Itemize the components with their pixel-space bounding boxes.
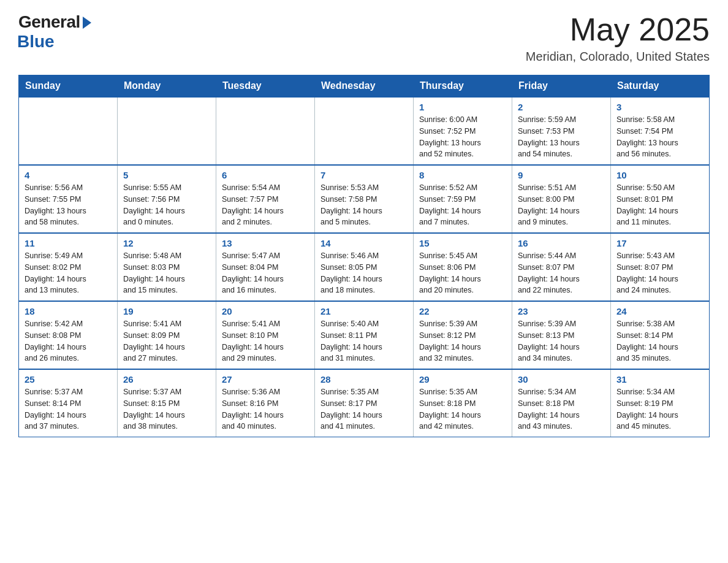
calendar-week-row: 18Sunrise: 5:42 AM Sunset: 8:08 PM Dayli… [19,301,710,369]
day-number: 16 [518,238,605,248]
day-number: 24 [616,306,703,316]
day-number: 1 [419,102,506,112]
calendar-cell: 9Sunrise: 5:51 AM Sunset: 8:00 PM Daylig… [512,165,611,233]
day-info: Sunrise: 5:50 AM Sunset: 8:01 PM Dayligh… [616,182,703,228]
calendar-cell: 3Sunrise: 5:58 AM Sunset: 7:54 PM Daylig… [611,97,710,165]
calendar-cell [216,97,315,165]
day-info: Sunrise: 5:48 AM Sunset: 8:03 PM Dayligh… [123,250,210,296]
calendar-cell: 31Sunrise: 5:34 AM Sunset: 8:19 PM Dayli… [611,369,710,437]
page-header: General Blue May 2025 Meridian, Colorado… [18,12,710,64]
calendar-week-row: 1Sunrise: 6:00 AM Sunset: 7:52 PM Daylig… [19,97,710,165]
day-number: 19 [123,306,210,316]
day-info: Sunrise: 5:49 AM Sunset: 8:02 PM Dayligh… [25,250,112,296]
calendar-cell: 20Sunrise: 5:41 AM Sunset: 8:10 PM Dayli… [216,301,315,369]
calendar-cell: 1Sunrise: 6:00 AM Sunset: 7:52 PM Daylig… [414,97,512,165]
day-of-week-header: Monday [118,75,216,98]
day-info: Sunrise: 5:40 AM Sunset: 8:11 PM Dayligh… [320,318,408,364]
calendar-cell: 12Sunrise: 5:48 AM Sunset: 8:03 PM Dayli… [118,233,216,301]
day-number: 27 [222,374,309,385]
day-info: Sunrise: 5:35 AM Sunset: 8:18 PM Dayligh… [419,386,506,432]
calendar-cell: 13Sunrise: 5:47 AM Sunset: 8:04 PM Dayli… [216,233,315,301]
calendar-week-row: 4Sunrise: 5:56 AM Sunset: 7:55 PM Daylig… [19,165,710,233]
day-info: Sunrise: 5:37 AM Sunset: 8:15 PM Dayligh… [123,386,210,432]
day-info: Sunrise: 5:34 AM Sunset: 8:18 PM Dayligh… [518,386,605,432]
day-number: 20 [222,306,309,316]
day-number: 21 [320,306,408,316]
day-number: 4 [25,170,112,180]
calendar-week-row: 25Sunrise: 5:37 AM Sunset: 8:14 PM Dayli… [19,369,710,437]
day-number: 10 [616,170,703,180]
day-info: Sunrise: 5:55 AM Sunset: 7:56 PM Dayligh… [123,182,210,228]
calendar-cell: 6Sunrise: 5:54 AM Sunset: 7:57 PM Daylig… [216,165,315,233]
calendar-cell: 15Sunrise: 5:45 AM Sunset: 8:06 PM Dayli… [414,233,512,301]
day-number: 5 [123,170,210,180]
day-info: Sunrise: 5:51 AM Sunset: 8:00 PM Dayligh… [518,182,605,228]
day-info: Sunrise: 5:47 AM Sunset: 8:04 PM Dayligh… [222,250,309,296]
day-info: Sunrise: 5:54 AM Sunset: 7:57 PM Dayligh… [222,182,309,228]
calendar-cell: 17Sunrise: 5:43 AM Sunset: 8:07 PM Dayli… [611,233,710,301]
day-number: 22 [419,306,506,316]
day-info: Sunrise: 5:58 AM Sunset: 7:54 PM Dayligh… [616,114,703,160]
day-info: Sunrise: 5:56 AM Sunset: 7:55 PM Dayligh… [25,182,112,228]
day-info: Sunrise: 5:53 AM Sunset: 7:58 PM Dayligh… [320,182,408,228]
day-info: Sunrise: 5:39 AM Sunset: 8:13 PM Dayligh… [518,318,605,364]
day-number: 8 [419,170,506,180]
calendar-header-row: SundayMondayTuesdayWednesdayThursdayFrid… [19,75,710,98]
day-number: 14 [320,238,408,248]
day-number: 15 [419,238,506,248]
day-number: 29 [419,374,506,385]
calendar-cell: 29Sunrise: 5:35 AM Sunset: 8:18 PM Dayli… [414,369,512,437]
day-number: 31 [616,374,703,385]
month-year-title: May 2025 [526,12,710,47]
day-of-week-header: Wednesday [315,75,414,98]
day-info: Sunrise: 5:41 AM Sunset: 8:09 PM Dayligh… [123,318,210,364]
day-info: Sunrise: 5:38 AM Sunset: 8:14 PM Dayligh… [616,318,703,364]
day-number: 30 [518,374,605,385]
day-info: Sunrise: 5:44 AM Sunset: 8:07 PM Dayligh… [518,250,605,296]
calendar-cell: 11Sunrise: 5:49 AM Sunset: 8:02 PM Dayli… [19,233,118,301]
calendar-cell: 10Sunrise: 5:50 AM Sunset: 8:01 PM Dayli… [611,165,710,233]
calendar-cell: 14Sunrise: 5:46 AM Sunset: 8:05 PM Dayli… [315,233,414,301]
day-of-week-header: Sunday [19,75,118,98]
day-number: 18 [25,306,112,316]
day-info: Sunrise: 6:00 AM Sunset: 7:52 PM Dayligh… [419,114,506,160]
calendar-cell: 28Sunrise: 5:35 AM Sunset: 8:17 PM Dayli… [315,369,414,437]
day-info: Sunrise: 5:37 AM Sunset: 8:14 PM Dayligh… [25,386,112,432]
day-number: 17 [616,238,703,248]
day-info: Sunrise: 5:35 AM Sunset: 8:17 PM Dayligh… [320,386,408,432]
calendar-cell: 21Sunrise: 5:40 AM Sunset: 8:11 PM Dayli… [315,301,414,369]
day-info: Sunrise: 5:42 AM Sunset: 8:08 PM Dayligh… [25,318,112,364]
day-info: Sunrise: 5:52 AM Sunset: 7:59 PM Dayligh… [419,182,506,228]
location-subtitle: Meridian, Colorado, United States [526,50,710,64]
logo-arrow-icon [83,17,91,29]
calendar-cell: 23Sunrise: 5:39 AM Sunset: 8:13 PM Dayli… [512,301,611,369]
day-number: 2 [518,102,605,112]
day-of-week-header: Saturday [611,75,710,98]
day-info: Sunrise: 5:45 AM Sunset: 8:06 PM Dayligh… [419,250,506,296]
day-info: Sunrise: 5:34 AM Sunset: 8:19 PM Dayligh… [616,386,703,432]
day-number: 25 [25,374,112,385]
calendar-cell: 22Sunrise: 5:39 AM Sunset: 8:12 PM Dayli… [414,301,512,369]
calendar-cell: 18Sunrise: 5:42 AM Sunset: 8:08 PM Dayli… [19,301,118,369]
calendar-cell: 25Sunrise: 5:37 AM Sunset: 8:14 PM Dayli… [19,369,118,437]
day-number: 6 [222,170,309,180]
day-info: Sunrise: 5:39 AM Sunset: 8:12 PM Dayligh… [419,318,506,364]
calendar-cell: 30Sunrise: 5:34 AM Sunset: 8:18 PM Dayli… [512,369,611,437]
day-number: 9 [518,170,605,180]
calendar-cell: 5Sunrise: 5:55 AM Sunset: 7:56 PM Daylig… [118,165,216,233]
calendar-cell: 19Sunrise: 5:41 AM Sunset: 8:09 PM Dayli… [118,301,216,369]
calendar-cell: 24Sunrise: 5:38 AM Sunset: 8:14 PM Dayli… [611,301,710,369]
logo: General Blue [18,12,91,52]
calendar-cell: 16Sunrise: 5:44 AM Sunset: 8:07 PM Dayli… [512,233,611,301]
calendar-cell: 27Sunrise: 5:36 AM Sunset: 8:16 PM Dayli… [216,369,315,437]
calendar-cell [315,97,414,165]
day-number: 12 [123,238,210,248]
day-number: 3 [616,102,703,112]
calendar-week-row: 11Sunrise: 5:49 AM Sunset: 8:02 PM Dayli… [19,233,710,301]
logo-blue-text: Blue [17,32,55,52]
day-number: 28 [320,374,408,385]
day-info: Sunrise: 5:41 AM Sunset: 8:10 PM Dayligh… [222,318,309,364]
title-block: May 2025 Meridian, Colorado, United Stat… [526,12,710,64]
day-info: Sunrise: 5:43 AM Sunset: 8:07 PM Dayligh… [616,250,703,296]
calendar-cell [118,97,216,165]
